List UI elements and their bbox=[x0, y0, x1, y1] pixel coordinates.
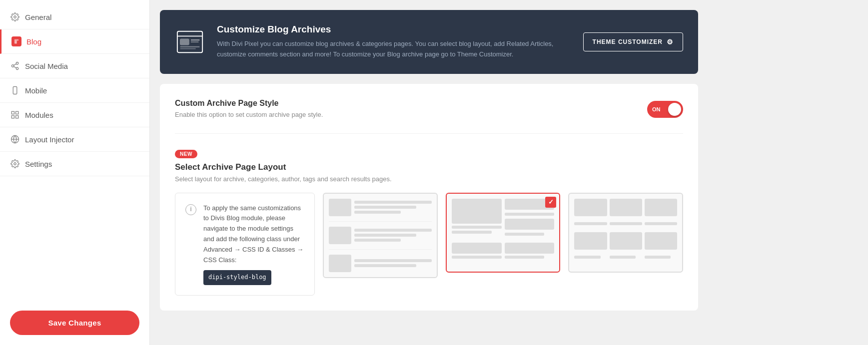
layout-thumb-list[interactable] bbox=[323, 193, 438, 278]
sidebar-item-layout-injector-label: Layout Injector bbox=[25, 135, 74, 144]
sidebar-item-layout-injector[interactable]: Layout Injector bbox=[0, 127, 149, 152]
mock-top-row bbox=[452, 199, 555, 236]
svg-rect-15 bbox=[16, 116, 18, 118]
mock-card bbox=[574, 199, 607, 216]
mock-col-right bbox=[505, 199, 555, 236]
mock-lines bbox=[354, 229, 432, 242]
mock-lines bbox=[452, 226, 502, 234]
mock-image bbox=[505, 199, 555, 210]
svg-rect-14 bbox=[11, 116, 14, 118]
banner-title: Customize Blog Archives bbox=[217, 24, 571, 35]
svg-point-0 bbox=[14, 16, 16, 18]
sidebar-item-social-media[interactable]: Social Media bbox=[0, 54, 149, 78]
mock-line bbox=[505, 213, 555, 216]
mock-card bbox=[645, 232, 677, 250]
toggle-on-label: ON bbox=[652, 106, 661, 112]
mock-line bbox=[452, 256, 502, 259]
sidebar-item-settings[interactable]: Settings bbox=[0, 152, 149, 176]
mock-line bbox=[354, 259, 432, 262]
mock-divider bbox=[329, 221, 432, 222]
layout-thumb-grid3[interactable] bbox=[568, 193, 683, 273]
banner-icon bbox=[175, 27, 205, 57]
mock-line bbox=[354, 234, 416, 237]
svg-line-8 bbox=[13, 66, 16, 68]
mock-line bbox=[505, 233, 545, 236]
mock-image bbox=[329, 255, 351, 272]
toggle-thumb bbox=[668, 103, 681, 116]
toggle-label-group: Custom Archive Page Style Enable this op… bbox=[175, 99, 323, 118]
theme-customizer-label: THEME CUSTOMIZER bbox=[593, 38, 663, 45]
layout-injector-icon bbox=[10, 134, 20, 144]
mock-image bbox=[452, 199, 502, 224]
svg-rect-1 bbox=[14, 39, 18, 40]
gear-icon bbox=[10, 12, 20, 22]
mock-card bbox=[610, 199, 642, 216]
sidebar-item-blog-label: Blog bbox=[26, 37, 41, 46]
mock-line bbox=[354, 211, 401, 214]
css-class-code: dipi-styled-blog bbox=[203, 270, 271, 285]
banner: Customize Blog Archives With Divi Pixel … bbox=[160, 10, 698, 74]
mock-col bbox=[505, 243, 555, 259]
mock-grid-bottom bbox=[574, 232, 677, 250]
svg-rect-21 bbox=[180, 39, 189, 45]
layout-section-description: Select layout for archive, categories, a… bbox=[175, 175, 683, 183]
mock-line bbox=[354, 201, 432, 204]
mock-line bbox=[354, 206, 416, 209]
mock-image bbox=[505, 243, 555, 254]
toggle-track[interactable]: ON bbox=[647, 101, 683, 118]
blog-icon bbox=[11, 36, 21, 46]
sidebar-item-settings-label: Settings bbox=[25, 160, 52, 168]
mock-line bbox=[354, 239, 401, 242]
save-changes-button[interactable]: Save Changes bbox=[10, 311, 139, 335]
mock-image bbox=[329, 227, 351, 244]
mock-grid-middle bbox=[574, 222, 677, 225]
settings-icon bbox=[10, 159, 20, 169]
banner-text: Customize Blog Archives With Divi Pixel … bbox=[217, 24, 571, 60]
mock-col bbox=[452, 243, 502, 259]
sidebar-item-blog[interactable]: Blog bbox=[0, 29, 149, 54]
custom-archive-toggle[interactable]: ON bbox=[647, 101, 683, 118]
sidebar-item-general[interactable]: General bbox=[0, 5, 149, 29]
mock-line bbox=[452, 231, 492, 234]
mock-row-2 bbox=[329, 227, 432, 244]
mock-card bbox=[610, 232, 642, 250]
mock-lines bbox=[354, 201, 432, 214]
mock-line bbox=[452, 226, 502, 229]
mock-line bbox=[574, 256, 600, 259]
info-box: i To apply the same customizations to Di… bbox=[175, 193, 315, 296]
right-panel bbox=[708, 0, 868, 345]
share-icon bbox=[10, 61, 20, 71]
theme-customizer-button[interactable]: THEME CUSTOMIZER ⚙ bbox=[583, 32, 683, 51]
svg-line-9 bbox=[13, 64, 16, 65]
info-icon: i bbox=[185, 204, 196, 215]
sidebar-item-mobile[interactable]: Mobile bbox=[0, 78, 149, 103]
mock-row-3 bbox=[329, 255, 432, 272]
mock-image bbox=[329, 199, 351, 216]
toggle-description: Enable this option to set custom archive… bbox=[175, 111, 323, 118]
mock-grid-last bbox=[574, 256, 677, 259]
mock-row-1 bbox=[329, 199, 432, 216]
mock-lines bbox=[354, 259, 432, 267]
sidebar-item-social-media-label: Social Media bbox=[25, 62, 68, 70]
mock-line bbox=[574, 222, 607, 225]
svg-point-5 bbox=[16, 62, 18, 65]
layout-thumb-masonry[interactable] bbox=[446, 193, 561, 273]
layout-thumb-grid3-inner bbox=[569, 194, 682, 264]
mock-image bbox=[452, 243, 502, 254]
mock-card bbox=[574, 232, 607, 250]
info-text: To apply the same customizations to Divi… bbox=[203, 204, 303, 264]
mobile-icon bbox=[10, 85, 20, 95]
layout-section: NEW Select Archive Page Layout Select la… bbox=[175, 149, 683, 296]
main-card: Custom Archive Page Style Enable this op… bbox=[160, 84, 698, 311]
layout-grid: i To apply the same customizations to Di… bbox=[175, 193, 683, 296]
mock-col-left bbox=[452, 199, 502, 236]
banner-description: With Divi Pixel you can customize blog a… bbox=[217, 39, 571, 60]
svg-point-18 bbox=[14, 163, 16, 165]
layout-thumb-masonry-inner bbox=[447, 194, 560, 264]
mock-divider bbox=[329, 249, 432, 250]
layout-thumb-list-inner bbox=[324, 194, 437, 277]
svg-point-6 bbox=[11, 65, 14, 67]
toggle-label: Custom Archive Page Style bbox=[175, 99, 323, 108]
custom-archive-toggle-row: Custom Archive Page Style Enable this op… bbox=[175, 99, 683, 134]
sidebar-item-modules[interactable]: Modules bbox=[0, 103, 149, 127]
